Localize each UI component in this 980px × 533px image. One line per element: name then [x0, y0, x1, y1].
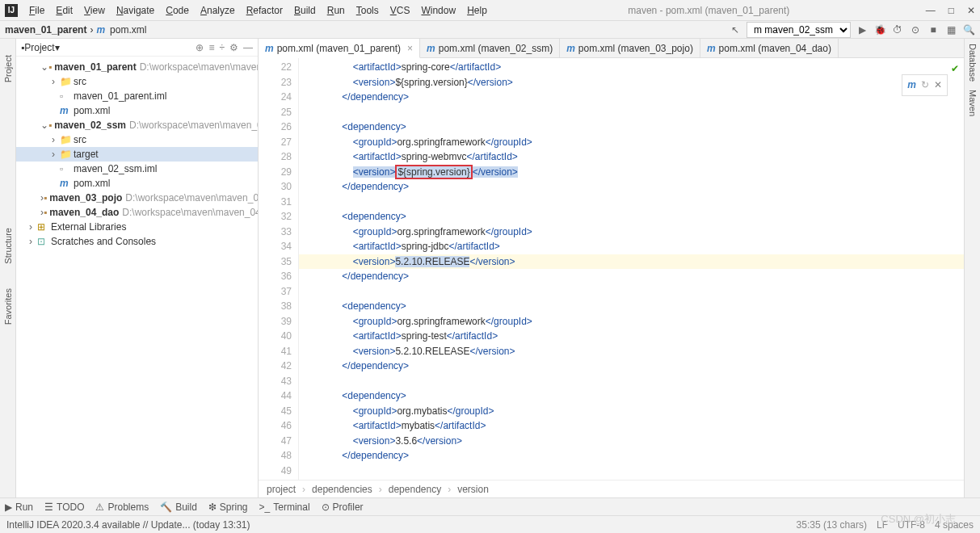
bottom-profiler[interactable]: ⊙Profiler	[322, 502, 364, 513]
menu-tools[interactable]: Tools	[351, 3, 384, 18]
menu-file[interactable]: File	[24, 3, 49, 18]
tree-row[interactable]: ›⊞External Libraries	[16, 220, 258, 234]
minimize-icon[interactable]: —	[926, 5, 936, 16]
code-line[interactable]: <version>${spring.version}</version>	[299, 165, 964, 180]
inspection-ok-icon[interactable]: ✔	[951, 61, 959, 77]
menu-run[interactable]: Run	[322, 3, 350, 18]
code-line[interactable]: </dependency>	[299, 269, 964, 284]
run-config-select[interactable]: m maven_02_ssm	[747, 22, 851, 38]
menu-build[interactable]: Build	[289, 3, 321, 18]
bottom-terminal[interactable]: >_Terminal	[259, 502, 310, 513]
maven-badge[interactable]: m↻✕	[902, 74, 948, 96]
maximize-icon[interactable]: □	[948, 5, 954, 16]
code-area[interactable]: 2223242526272829303132333435363738394041…	[259, 58, 964, 480]
settings-icon[interactable]: ⚙	[229, 42, 238, 53]
code-line[interactable]: <dependency>	[299, 478, 964, 480]
code-line[interactable]: <artifactId>spring-test</artifactId>	[299, 329, 964, 344]
code-line[interactable]: <version>${spring.version}</version>	[299, 75, 964, 90]
code-line[interactable]	[299, 105, 964, 120]
breadcrumb2-item[interactable]: dependencies	[312, 484, 372, 495]
tree-row[interactable]: ›▪maven_04_daoD:\workspace\maven\maven_0…	[16, 205, 258, 220]
code-line[interactable]: <version>5.2.10.RELEASE</version>	[299, 344, 964, 359]
menu-help[interactable]: Help	[462, 3, 492, 18]
editor-tab[interactable]: mpom.xml (maven_03_pojo)	[560, 39, 700, 57]
code-line[interactable]: <artifactId>spring-core</artifactId>	[299, 60, 964, 75]
status-message[interactable]: IntelliJ IDEA 2020.3.4 available // Upda…	[6, 519, 250, 531]
code-line[interactable]: <version>5.2.10.RELEASE</version>	[299, 254, 964, 270]
tree-row[interactable]: ›📁target	[16, 147, 258, 162]
project-tool-tab[interactable]: Project	[3, 55, 13, 82]
bottom-spring[interactable]: ❇Spring	[208, 502, 248, 513]
debug-icon[interactable]: 🐞	[873, 23, 886, 36]
back-icon[interactable]: ↖	[729, 23, 742, 36]
bottom-run[interactable]: ▶Run	[5, 502, 33, 513]
code-line[interactable]: <groupId>org.mybatis</groupId>	[299, 404, 964, 419]
code-line[interactable]: <artifactId>mybatis</artifactId>	[299, 418, 964, 434]
code-line[interactable]: </dependency>	[299, 448, 964, 464]
close-badge-icon[interactable]: ✕	[934, 78, 942, 93]
run-icon[interactable]: ▶	[856, 23, 869, 36]
code-line[interactable]: </dependency>	[299, 179, 964, 195]
code-line[interactable]: <groupId>org.springframework</groupId>	[299, 135, 964, 150]
structure-tool-tab[interactable]: Structure	[3, 228, 13, 264]
code-line[interactable]: <version>3.5.6</version>	[299, 434, 964, 449]
search-icon[interactable]: 🔍	[962, 23, 975, 36]
hide-icon[interactable]: —	[243, 42, 253, 53]
code-line[interactable]: <artifactId>spring-webmvc</artifactId>	[299, 149, 964, 165]
code-line[interactable]	[299, 374, 964, 389]
bottom-todo[interactable]: ☰TODO	[44, 502, 84, 513]
code-line[interactable]: <dependency>	[299, 120, 964, 135]
tree-row[interactable]: mpom.xml	[16, 176, 258, 191]
menu-vcs[interactable]: VCS	[385, 3, 415, 18]
stop-icon[interactable]: ■	[927, 23, 940, 36]
menu-window[interactable]: Window	[416, 3, 461, 18]
breadcrumb2-item[interactable]: version	[457, 484, 489, 495]
code-line[interactable]: <dependency>	[299, 388, 964, 404]
breadcrumb-file[interactable]: pom.xml	[110, 24, 146, 36]
code-line[interactable]: <artifactId>spring-jdbc</artifactId>	[299, 239, 964, 254]
editor-tab[interactable]: mpom.xml (maven_02_ssm)	[420, 39, 560, 57]
project-tree[interactable]: ⌄▪maven_01_parentD:\workspace\maven\mave…	[16, 57, 258, 497]
code-line[interactable]: </dependency>	[299, 359, 964, 374]
code-line[interactable]: <groupId>org.springframework</groupId>	[299, 314, 964, 329]
coverage-icon[interactable]: ⏱	[891, 23, 904, 36]
menu-view[interactable]: View	[79, 3, 110, 18]
database-tool-tab[interactable]: Database	[968, 44, 978, 82]
editor-tab[interactable]: mpom.xml (maven_04_dao)	[700, 39, 839, 57]
close-icon[interactable]: ✕	[967, 5, 975, 16]
menu-refactor[interactable]: Refactor	[242, 3, 288, 18]
tree-row[interactable]: ›📁src	[16, 74, 258, 89]
code-line[interactable]	[299, 195, 964, 210]
tree-row[interactable]: ▫maven_02_ssm.iml	[16, 162, 258, 176]
code-line[interactable]: <groupId>org.springframework</groupId>	[299, 225, 964, 240]
tree-row[interactable]: ⌄▪maven_01_parentD:\workspace\maven\mave…	[16, 60, 258, 74]
bottom-build[interactable]: 🔨Build	[160, 502, 197, 513]
select-opened-icon[interactable]: ⊕	[196, 42, 204, 53]
tree-row[interactable]: mpom.xml	[16, 103, 258, 118]
tree-row[interactable]: ⌄▪maven_02_ssmD:\workspace\maven\maven_0…	[16, 118, 258, 132]
collapse-icon[interactable]: ÷	[219, 42, 225, 53]
layout-icon[interactable]: ▦	[944, 23, 957, 36]
maven-tool-tab[interactable]: Maven	[968, 90, 978, 116]
tree-row[interactable]: ›📁src	[16, 132, 258, 147]
favorites-tool-tab[interactable]: Favorites	[3, 288, 13, 325]
breadcrumb2-item[interactable]: dependency	[389, 484, 441, 495]
menu-edit[interactable]: Edit	[51, 3, 78, 18]
expand-icon[interactable]: ≡	[208, 42, 214, 53]
tree-row[interactable]: ›⊡Scratches and Consoles	[16, 234, 258, 249]
breadcrumb2-item[interactable]: project	[267, 484, 296, 495]
menu-navigate[interactable]: Navigate	[111, 3, 159, 18]
code-line[interactable]	[299, 284, 964, 300]
editor-tab[interactable]: mpom.xml (maven_01_parent)×	[259, 39, 420, 58]
tree-row[interactable]: ▫maven_01_parent.iml	[16, 89, 258, 103]
code-line[interactable]: <dependency>	[299, 209, 964, 225]
code-line[interactable]	[299, 464, 964, 479]
status-info[interactable]: 35:35 (13 chars)	[797, 519, 867, 531]
profile-icon[interactable]: ⊙	[909, 23, 922, 36]
tree-row[interactable]: ›▪maven_03_pojoD:\workspace\maven\maven_…	[16, 191, 258, 205]
code-line[interactable]: <dependency>	[299, 299, 964, 314]
code-content[interactable]: ✔ m↻✕ <artifactId>spring-core</artifactI…	[299, 58, 964, 480]
menu-analyze[interactable]: Analyze	[196, 3, 240, 18]
close-tab-icon[interactable]: ×	[407, 43, 413, 54]
bottom-problems[interactable]: ⚠Problems	[95, 502, 149, 513]
